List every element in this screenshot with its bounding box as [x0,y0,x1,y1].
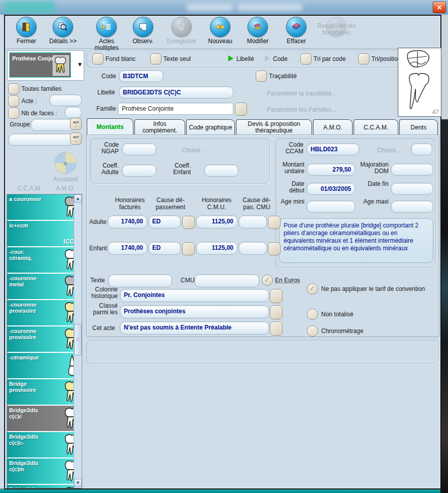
acts-scrollbar[interactable]: ▲ ▼ [74,194,82,488]
toutes-familles-checkbox[interactable]: ✓ [8,83,19,94]
list-item[interactable]: Bridge3dts c(c)c- [7,432,82,457]
colonne-historique-input[interactable]: Pr. Conjointes [120,289,269,302]
convention-checkbox[interactable]: ✓ [307,283,318,294]
famille-input[interactable]: Prothèse Conjointe [118,103,233,115]
groupe-alt-button[interactable]: ALT↓ [70,118,82,130]
scrollbar-thumb[interactable] [74,324,82,355]
list-item[interactable]: -couronne provisoire [7,326,82,352]
code-input[interactable]: B3DTCM [119,70,163,82]
montant-unitaire-input[interactable]: 279,50 [306,163,355,176]
tri-position-checkbox[interactable]: ✓ [358,53,369,64]
list-item[interactable]: Bridge provisoire [7,379,82,405]
cet-acte-picker-button[interactable] [270,321,283,336]
adulte-cmu-input[interactable]: 1125,00 [196,215,237,228]
chronometrage-checkbox[interactable]: ✓ [307,325,318,337]
scroll-down-button[interactable]: ▼ [74,479,82,487]
modifier-button[interactable]: Modifier [237,17,278,45]
adulte-cause-picker-button[interactable] [182,216,195,229]
libelle-arrow-icon[interactable] [228,55,233,61]
famille-picker-button[interactable] [235,103,247,116]
non-totalise-checkbox[interactable]: ✓ [307,309,318,320]
list-item[interactable]: Bridge3dts [7,485,82,488]
list-item[interactable]: a couronner [7,194,82,220]
acte-checkbox[interactable]: ✓ [8,95,19,107]
cet-acte-input[interactable]: N'est pas soumis à Entente Préalable [120,321,269,335]
adulte-cause-cmu-input[interactable] [238,215,267,228]
colonne-historique-picker-button[interactable] [270,289,283,303]
list-item[interactable]: -couronne metal [7,274,82,299]
list-item[interactable]: -couronne provisoire [7,300,82,325]
tab-amo[interactable]: A.M.O. [313,119,353,135]
fond-blanc-checkbox[interactable]: ✓ [92,53,104,64]
coeff-enfant-input[interactable] [204,165,238,177]
cmu-input[interactable] [194,274,259,287]
enfant-factures-input[interactable]: 1740,00 [108,242,147,255]
acts-list: a couronner ic+ccm ICCM -cour. céramiq. … [7,194,82,488]
groupe2-input[interactable] [8,134,75,146]
list-item-selected[interactable]: Bridge3dts c(c)c [7,406,82,431]
date-debut-input[interactable]: 01/03/2005 [306,183,355,195]
acte-input[interactable] [49,94,82,106]
coeff-adulte-input[interactable] [122,165,156,177]
enfant-cmu-input[interactable]: 1125,00 [196,242,237,255]
ccam-choisir-input[interactable] [411,143,432,155]
age-mini-input[interactable] [306,201,355,213]
tab-ccam[interactable]: C.C.A.M. [354,119,398,135]
adulte-factures-input[interactable]: 1740,00 [108,215,147,228]
close-button[interactable]: ✕ [433,2,446,13]
classe-parmi-input[interactable]: Prothèses conjointes [120,305,269,318]
observations-button[interactable]: Observ. [123,17,163,45]
libelle-option-label[interactable]: Libellé [236,55,254,62]
majoration-dom-input[interactable] [391,163,433,176]
tab-dents[interactable]: Dents [399,119,438,135]
code-option-label[interactable]: Code [273,55,288,62]
effacer-button[interactable]: Effacer [276,17,317,45]
chevron-down-icon[interactable]: ▼ [78,62,82,67]
tab-devis-proposition[interactable]: Devis & proposition thérapeutique [236,119,312,135]
classe-parmi-picker-button[interactable] [270,305,283,319]
date-fin-input[interactable] [391,183,433,195]
family-dropdown-selected[interactable]: Prothèse Conjointe [9,52,71,78]
adulte-cause-cmu-picker-button[interactable] [268,216,281,229]
fermer-button[interactable]: Fermer [6,17,47,45]
tracabilite-checkbox[interactable]: ✓ [256,71,267,82]
en-euros-checkbox[interactable]: ✓ [262,275,273,286]
libelle-input[interactable]: BRIDGE3DTS C(C)C [119,86,233,98]
tri-par-code-checkbox[interactable]: ✓ [300,53,312,64]
titlebar-blur-item1 [187,4,233,11]
close-icon: ✕ [437,4,442,11]
age-maxi-input[interactable] [391,201,433,213]
scroll-up-button[interactable]: ▲ [74,194,82,203]
enfant-cause-picker-button[interactable] [182,242,195,255]
nb-faces-checkbox[interactable]: ✓ [8,108,19,119]
tab-code-graphique[interactable]: Code graphique [186,119,235,135]
adulte-cause-input[interactable]: ED [148,215,181,228]
list-item[interactable]: Bridge3dts c(c)m [7,458,82,484]
code-ngap-input[interactable] [122,143,156,155]
enfant-cause-cmu-input[interactable] [238,242,267,255]
parametrer-familles-link: Paramétrer les Familles... [267,106,336,113]
enregistrer-button: Enregistrer [161,17,202,45]
family-dropdown[interactable]: Prothèse Conjointe ▼ [7,50,84,81]
enfant-cause-input[interactable]: ED [148,242,181,255]
list-item[interactable]: -cour. céramiq. [7,247,82,273]
nouveau-button[interactable]: Nouveau [200,17,240,45]
groupe2-alt-button[interactable]: ALT↓ [70,133,82,145]
groupe-input[interactable] [30,119,75,131]
tab-infos-complement[interactable]: Infos complément. [134,119,185,135]
list-item[interactable]: ic+ccm ICCM [7,221,82,246]
tooth-number: 47 [432,109,439,116]
list-item[interactable]: -céramique [7,353,82,378]
note-icon [137,21,149,32]
code-arrow-icon[interactable] [265,55,270,61]
actes-multiples-button[interactable]: Actes multiples [86,17,127,51]
parametrer-tracabilite-link: Paramétrer la traçabilité... [267,90,336,97]
enfant-cause-cmu-picker-button[interactable] [268,242,281,255]
nb-faces-input[interactable] [64,107,82,118]
coeff-adulte-label: Coeff. Adulte [94,162,119,176]
code-ccam-input[interactable]: HBLD023 [306,143,359,155]
tab-montants[interactable]: Montants [87,118,133,135]
assistant-icon: ◉ [54,152,77,174]
texte-seul-checkbox[interactable]: ✓ [150,53,161,64]
details-button[interactable]: Détails >> [43,17,83,45]
